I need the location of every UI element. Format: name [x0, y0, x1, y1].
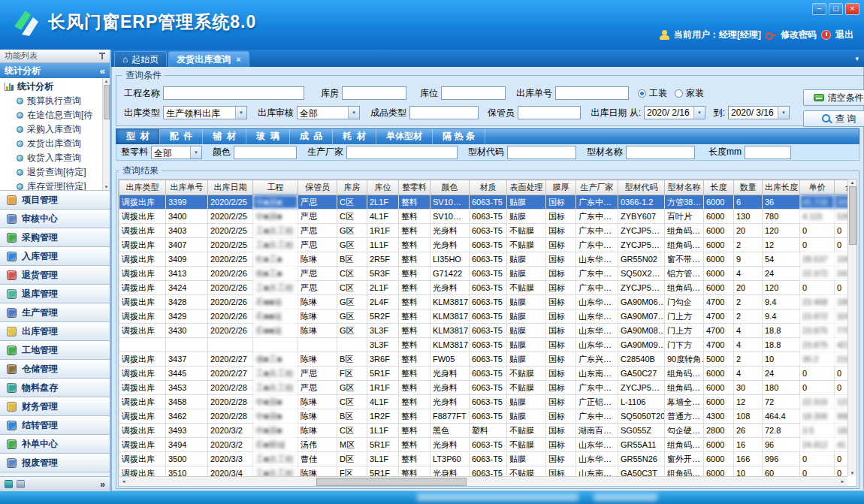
- column-header[interactable]: 生产厂家: [576, 180, 618, 195]
- clear-conditions-button[interactable]: 清空条件: [803, 89, 864, 106]
- sidebar-menu-item[interactable]: 审核中心: [0, 210, 110, 228]
- sidebar-menu-item[interactable]: 补单中心: [0, 435, 110, 454]
- column-header[interactable]: 工程: [253, 180, 298, 195]
- footer-grid-icon[interactable]: [5, 480, 13, 488]
- table-row[interactable]: 调拨出库34132020/2/26南■工■严思C区5R3F整料G71422606…: [119, 267, 848, 281]
- table-row[interactable]: 调拨出库34582020/2/28华■源■陈琳C区4L1F整料光身料6063-T…: [119, 395, 848, 409]
- material-tab[interactable]: 隔 热 条: [433, 129, 485, 144]
- tree-item[interactable]: 库存管理[待定]: [0, 180, 110, 191]
- column-header[interactable]: 膜厚: [546, 180, 576, 195]
- material-tab[interactable]: 配 件: [160, 129, 204, 144]
- sidebar-menu-item[interactable]: 财务管理: [0, 397, 110, 416]
- table-row[interactable]: 调拨出库34282020/2/26石■■城陈琳G区2L4F整料KLM381760…: [119, 295, 848, 309]
- length-input[interactable]: [745, 146, 791, 159]
- table-row[interactable]: 3L3F整料KLM38176063-T5贴膜国标山东华…GA90M09…门下方4…: [119, 338, 848, 352]
- sidebar-menu-item[interactable]: 退库管理: [0, 285, 110, 303]
- pin-icon[interactable]: [98, 53, 105, 59]
- tree-item[interactable]: 采购入库查询: [0, 122, 110, 137]
- tab-close-icon[interactable]: ×: [236, 55, 240, 64]
- collapse-icon[interactable]: «: [100, 65, 105, 77]
- order-no-input[interactable]: [555, 86, 629, 100]
- scrollbar-thumb[interactable]: [316, 478, 467, 486]
- table-row[interactable]: 调拨出库34372020/2/27佛■工■陈琳B区3R6F整料FW056063-…: [119, 352, 848, 367]
- table-row[interactable]: 调拨出库34092020/2/25长■工■陈琳B区2R5F整料LI35HO606…: [119, 252, 848, 267]
- close-button[interactable]: ×: [845, 3, 859, 15]
- sidebar-menu-item[interactable]: 采购管理: [0, 228, 110, 247]
- material-tab[interactable]: 辅 材: [203, 129, 246, 144]
- table-row[interactable]: 调拨出库34002020/2/25华■源■严思C区4L1F整料SV10…6063…: [119, 210, 848, 224]
- material-tab[interactable]: 耗 材: [333, 129, 376, 144]
- table-row[interactable]: 调拨出库34072020/2/25工■共工程严思G区1L1F整料光身料6063-…: [119, 238, 848, 252]
- column-header[interactable]: 库位: [367, 180, 399, 195]
- column-header[interactable]: 保管员: [298, 180, 337, 195]
- column-header[interactable]: 出库单号: [166, 180, 208, 195]
- manufacturer-input[interactable]: [346, 146, 458, 159]
- scroll-down-icon[interactable]: ▼: [850, 470, 855, 476]
- outbound-type-select[interactable]: 生产领料出库 ▼: [163, 106, 247, 119]
- keeper-input[interactable]: [518, 106, 581, 119]
- material-tab[interactable]: 型 材: [116, 129, 160, 144]
- radio-home-wear[interactable]: [675, 89, 683, 98]
- product-type-input[interactable]: [409, 106, 479, 119]
- column-header[interactable]: 单价: [800, 180, 835, 195]
- date-from-select[interactable]: 2020/ 2/16 ▼: [644, 106, 705, 119]
- whole-part-select[interactable]: 全部 ▼: [151, 146, 202, 159]
- table-row[interactable]: 调拨出库34292020/2/26石■■城陈琳G区5R2F整料KLM381760…: [119, 309, 848, 324]
- material-tab[interactable]: 玻 璃: [246, 129, 290, 144]
- sidebar-menu-item[interactable]: 出库管理: [0, 322, 110, 341]
- sidebar-menu-item[interactable]: 工地管理: [0, 341, 110, 360]
- profile-code-input[interactable]: [507, 146, 576, 159]
- warehouse-input[interactable]: [342, 86, 406, 100]
- column-header[interactable]: 材质: [470, 180, 507, 195]
- radio-work-wear[interactable]: [638, 89, 646, 98]
- table-row[interactable]: 调拨出库35102020/3/4工■共工程陈琳F区5R1F整料光身料6063-T…: [119, 466, 848, 477]
- column-header[interactable]: 整零料: [399, 180, 430, 195]
- tab[interactable]: ⌂起始页: [114, 51, 167, 67]
- stats-panel-header[interactable]: 统计分析 «: [0, 63, 110, 78]
- profile-name-input[interactable]: [626, 146, 695, 159]
- table-row[interactable]: 调拨出库33992020/2/25华■源■严思C区2L1F整料SV10…6063…: [119, 195, 848, 210]
- tree-item[interactable]: 预算执行查询: [0, 94, 110, 108]
- scroll-left-icon[interactable]: ◄: [119, 479, 128, 484]
- audit-select[interactable]: 全部 ▼: [297, 106, 360, 119]
- table-row[interactable]: 调拨出库34242020/2/26工■共工程严思C区2L1F整料光身料6063-…: [119, 281, 848, 295]
- search-button[interactable]: 查 询: [803, 110, 864, 127]
- sidebar-menu-item[interactable]: 结转管理: [0, 416, 110, 435]
- column-header[interactable]: 长度: [704, 180, 734, 195]
- column-header[interactable]: 出库日期: [208, 180, 253, 195]
- change-password-link[interactable]: 修改密码: [781, 29, 817, 41]
- column-header[interactable]: 型材代码: [618, 180, 665, 195]
- tree-scrollbar[interactable]: ▲ ▼: [102, 78, 110, 190]
- tree-item[interactable]: 收货入库查询: [0, 151, 110, 165]
- tree-item[interactable]: 在途信息查询[待: [0, 108, 110, 122]
- tree-root[interactable]: 统计分析: [0, 80, 110, 94]
- scrollbar-thumb[interactable]: [849, 186, 856, 245]
- table-row[interactable]: 调拨出库34942020/3/2石■辉城汤伟M区5R1F整料光身料6063-T5…: [119, 438, 848, 452]
- table-row[interactable]: 调拨出库34622020/2/28华■源■陈琳B区1R2F整料F8877FT60…: [119, 409, 848, 424]
- scroll-right-icon[interactable]: ►: [838, 479, 847, 484]
- table-row[interactable]: 调拨出库34532020/2/28工■共工程严思G区1R1F整料光身料6063-…: [119, 381, 848, 395]
- scroll-up-icon[interactable]: ▲: [104, 78, 109, 84]
- footer-computer-icon[interactable]: [17, 480, 25, 488]
- column-header[interactable]: 颜色: [430, 180, 470, 195]
- tab-overflow-arrow[interactable]: ▾: [855, 55, 859, 62]
- column-header[interactable]: 金: [835, 180, 848, 195]
- project-name-input[interactable]: [163, 86, 304, 100]
- tab[interactable]: 发货出库查询×: [168, 51, 249, 67]
- table-row[interactable]: 调拨出库34452020/2/27工■共工程严思F区5R1F整料光身料6063-…: [119, 367, 848, 381]
- table-row[interactable]: 调拨出库34032020/2/25工■共工程严思G区1R1F整料光身料6063-…: [119, 224, 848, 238]
- tree-item[interactable]: 退货查询[待定]: [0, 165, 110, 180]
- maximize-button[interactable]: □: [829, 3, 843, 15]
- scroll-down-icon[interactable]: ▼: [104, 184, 109, 190]
- material-tab[interactable]: 单体型材: [376, 129, 433, 144]
- sidebar-menu-item[interactable]: 仓储管理: [0, 360, 110, 379]
- table-row[interactable]: 调拨出库35002020/3/3工■共工程曹佳D区3L1F整料LT3P60606…: [119, 452, 848, 466]
- sidebar-menu-item[interactable]: 物料盘存: [0, 379, 110, 397]
- horizontal-scrollbar[interactable]: ◄ ►: [119, 476, 847, 486]
- vertical-scrollbar[interactable]: ▲ ▼: [847, 180, 856, 476]
- column-header[interactable]: 数量: [734, 180, 763, 195]
- table-row[interactable]: 调拨出库34932020/3/2华■源■陈琳C区1L1F整料黑色塑料不贴膜国标湖…: [119, 424, 848, 438]
- scrollbar-thumb[interactable]: [104, 85, 110, 119]
- date-to-select[interactable]: 2020/ 3/16 ▼: [728, 106, 790, 119]
- column-header[interactable]: 出库类型: [119, 180, 166, 195]
